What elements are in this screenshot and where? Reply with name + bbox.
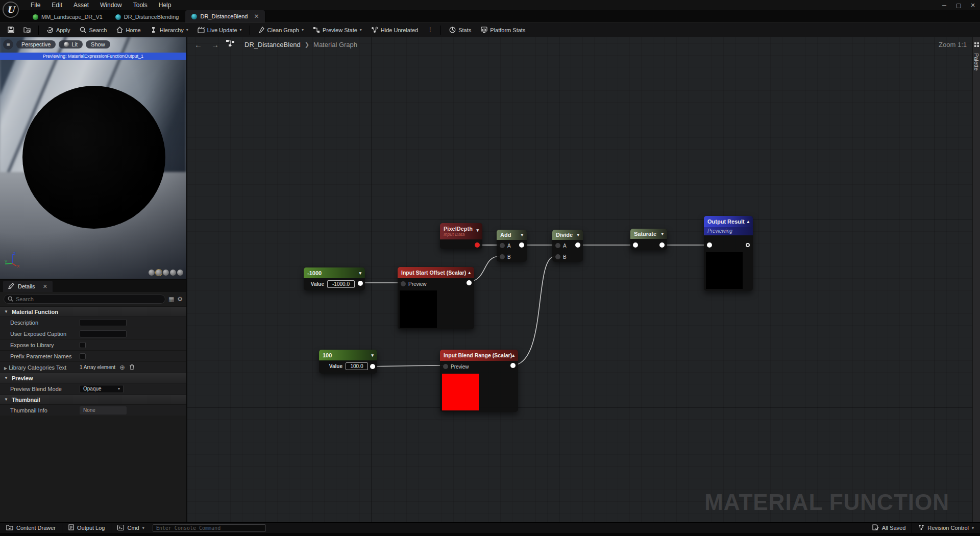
section-material-function[interactable]: ▼ Material Function xyxy=(0,306,186,316)
tab-dr-distanceblending[interactable]: DR_DistanceBlending xyxy=(109,11,186,22)
output-pin[interactable] xyxy=(519,242,524,248)
node-add[interactable]: Add ▾ A B xyxy=(497,230,527,262)
content-drawer-button[interactable]: Content Drawer xyxy=(0,523,62,533)
input-pin[interactable] xyxy=(707,242,712,248)
viewport-menu-icon[interactable]: ≡ xyxy=(3,39,13,50)
node-header[interactable]: Divide ▾ xyxy=(552,230,583,240)
output-pin[interactable] xyxy=(475,242,480,248)
menu-file[interactable]: File xyxy=(26,1,45,10)
revision-control-button[interactable]: Revision Control ▾ xyxy=(912,523,980,533)
search-button[interactable]: Search xyxy=(76,25,111,36)
node-header[interactable]: Add ▾ xyxy=(497,230,527,240)
collapse-chevron-icon[interactable]: ▴ xyxy=(512,353,514,358)
lit-dropdown[interactable]: Lit xyxy=(59,40,83,48)
preview-input-pin[interactable] xyxy=(443,364,448,369)
forward-arrow-icon[interactable]: → xyxy=(209,40,221,49)
cylinder-shape-button[interactable] xyxy=(149,270,155,276)
menu-asset[interactable]: Asset xyxy=(68,1,94,10)
hide-unrelated-button[interactable]: Hide Unrelated xyxy=(367,25,422,36)
show-dropdown[interactable]: Show xyxy=(86,40,110,48)
tab-dr-distanceblend[interactable]: DR_DistanceBlend ✕ xyxy=(185,10,265,22)
input-pin-b[interactable] xyxy=(555,254,560,259)
input-pin-a[interactable] xyxy=(500,243,505,248)
cube-shape-button[interactable] xyxy=(170,270,176,276)
details-search-box[interactable] xyxy=(4,295,165,304)
menu-edit[interactable]: Edit xyxy=(46,1,67,10)
add-element-icon[interactable]: ⊕ xyxy=(119,364,125,371)
node-header[interactable]: Output Result ▴ xyxy=(704,216,753,227)
user-exposed-caption-field[interactable] xyxy=(80,330,127,337)
tab-mm-landscape-dr-v1[interactable]: MM_Landscape_DR_V1 xyxy=(27,11,109,22)
preview-viewport[interactable]: Previewing: MaterialExpressionFunctionOu… xyxy=(0,37,186,279)
node-header[interactable]: Input Start Offset (Scalar) ▴ xyxy=(398,267,474,278)
minimize-icon[interactable]: ─ xyxy=(937,0,951,10)
settings-gear-icon[interactable]: ⚙ xyxy=(177,296,183,302)
back-arrow-icon[interactable]: ← xyxy=(192,40,204,49)
live-update-button[interactable]: Live Update ▾ xyxy=(193,25,246,36)
maximize-icon[interactable]: ▢ xyxy=(951,0,966,10)
teapot-shape-button[interactable] xyxy=(177,270,183,276)
description-field[interactable] xyxy=(80,319,127,326)
perspective-dropdown[interactable]: Perspective xyxy=(16,40,56,48)
preview-state-button[interactable]: Preview State ▾ xyxy=(309,25,366,36)
node-input-start-offset[interactable]: Input Start Offset (Scalar) ▴ Preview xyxy=(398,267,474,329)
close-details-icon[interactable]: ✕ xyxy=(43,283,47,290)
menu-window[interactable]: Window xyxy=(95,1,127,10)
collapse-chevron-icon[interactable]: ▾ xyxy=(661,231,664,236)
close-tab-icon[interactable]: ✕ xyxy=(254,13,259,20)
constant-value-input[interactable] xyxy=(346,362,368,370)
palette-sidebar-tab[interactable]: Palette xyxy=(972,37,980,522)
prefix-parameter-names-checkbox[interactable] xyxy=(80,353,86,359)
hierarchy-button[interactable]: Hierarchy ▾ xyxy=(146,25,192,36)
section-preview[interactable]: ▼ Preview xyxy=(0,373,186,383)
node-header[interactable]: 100 ▾ xyxy=(319,350,377,360)
input-pin-b[interactable] xyxy=(500,254,505,259)
preview-input-pin[interactable] xyxy=(401,281,406,286)
save-button[interactable] xyxy=(3,25,18,36)
collapse-chevron-icon[interactable]: ▴ xyxy=(747,219,749,224)
input-pin[interactable] xyxy=(633,242,638,248)
constant-value-input[interactable] xyxy=(327,280,355,288)
section-thumbnail[interactable]: ▼ Thumbnail xyxy=(0,394,186,404)
collapse-chevron-icon[interactable]: ▾ xyxy=(476,228,479,233)
stats-button[interactable]: Stats xyxy=(445,25,475,36)
collapse-chevron-icon[interactable]: ▾ xyxy=(359,271,361,276)
details-search-input[interactable] xyxy=(16,296,161,302)
cmd-dropdown-button[interactable]: Cmd ▾ xyxy=(111,523,150,533)
console-command-input[interactable] xyxy=(156,525,262,531)
plane-shape-button[interactable] xyxy=(163,270,169,276)
home-button[interactable]: Home xyxy=(112,25,144,36)
node-constant-neg1000[interactable]: -1000 ▾ Value xyxy=(304,267,365,290)
node-divide[interactable]: Divide ▾ A B xyxy=(552,230,583,262)
menu-tools[interactable]: Tools xyxy=(128,1,153,10)
node-header[interactable]: PixelDepth Input Data ▾ xyxy=(440,223,482,239)
unreal-engine-logo[interactable]: U xyxy=(3,2,19,18)
node-constant-100[interactable]: 100 ▾ Value xyxy=(319,350,377,374)
console-command-box[interactable] xyxy=(153,524,266,532)
all-saved-button[interactable]: All Saved xyxy=(866,523,912,533)
apply-button[interactable]: Apply xyxy=(42,25,75,36)
node-header[interactable]: Saturate ▾ xyxy=(630,229,667,239)
node-input-blend-range[interactable]: Input Blend Range (Scalar) ▴ Preview xyxy=(440,350,518,412)
platform-stats-button[interactable]: Platform Stats xyxy=(476,25,529,36)
details-tab[interactable]: Details ✕ xyxy=(3,281,53,292)
output-pin[interactable] xyxy=(746,243,750,247)
hide-unrelated-options-button[interactable]: ⋮ xyxy=(423,25,437,35)
node-saturate[interactable]: Saturate ▾ xyxy=(630,229,667,250)
material-graph-canvas[interactable]: ← → DR_DistanceBlend ❯ Material Graph Zo… xyxy=(186,37,980,522)
collapse-chevron-icon[interactable]: ▾ xyxy=(521,232,523,237)
collapse-chevron-icon[interactable]: ▴ xyxy=(468,270,471,275)
expose-to-library-checkbox[interactable] xyxy=(80,342,86,348)
clean-graph-button[interactable]: Clean Graph ▾ xyxy=(254,25,308,36)
node-pixeldepth[interactable]: PixelDepth Input Data ▾ xyxy=(440,223,482,249)
menu-help[interactable]: Help xyxy=(154,1,177,10)
collapse-chevron-icon[interactable]: ▾ xyxy=(577,232,579,237)
close-window-icon[interactable]: ✕ xyxy=(966,0,980,10)
delete-element-icon[interactable] xyxy=(129,364,135,371)
output-log-button[interactable]: Output Log xyxy=(62,523,111,533)
node-header[interactable]: Input Blend Range (Scalar) ▴ xyxy=(440,350,518,361)
expand-arrow-icon[interactable]: ▶ xyxy=(4,366,7,371)
output-pin[interactable] xyxy=(370,364,375,369)
display-filter-icon[interactable]: ▦ xyxy=(168,296,174,302)
output-pin[interactable] xyxy=(510,363,516,368)
